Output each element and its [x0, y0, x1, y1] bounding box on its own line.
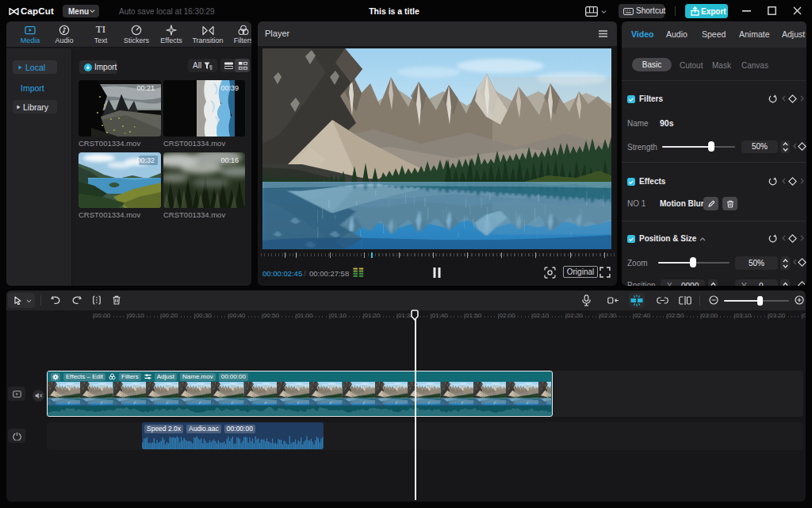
svg-text:00:39: 00:39 [220, 84, 239, 92]
svg-text:00:21: 00:21 [136, 84, 155, 92]
svg-text:00:32: 00:32 [136, 156, 155, 164]
svg-text:00:16: 00:16 [220, 156, 239, 164]
